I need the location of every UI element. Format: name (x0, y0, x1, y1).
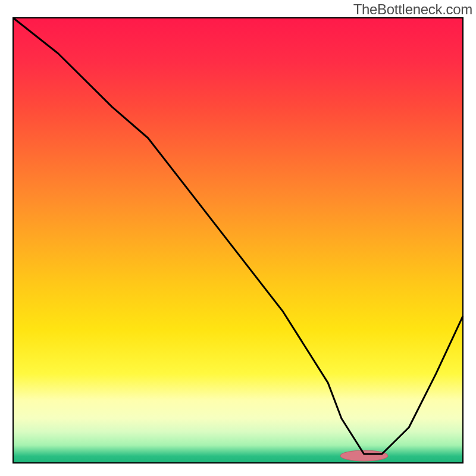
plot-background (13, 18, 463, 463)
bottleneck-chart (0, 0, 476, 476)
optimal-zone-marker (340, 450, 388, 461)
watermark-text: TheBottleneck.com (353, 1, 472, 18)
